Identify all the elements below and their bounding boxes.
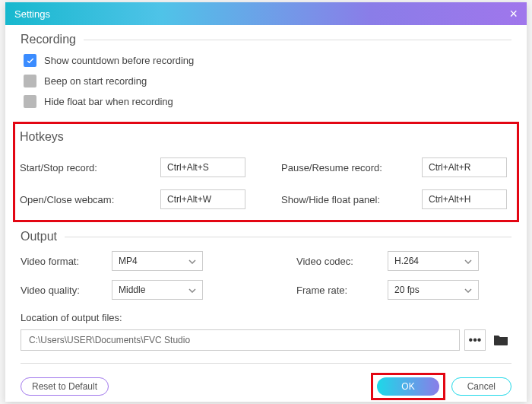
hotkey-start-stop: Start/Stop record: Ctrl+Alt+S bbox=[20, 157, 251, 177]
video-codec-select[interactable]: H.264 bbox=[388, 251, 479, 271]
checkbox-icon bbox=[24, 54, 36, 67]
select-value: Middle bbox=[119, 285, 145, 295]
chevron-down-icon bbox=[464, 256, 472, 266]
output-frame-rate: Frame rate: 20 fps bbox=[296, 280, 511, 300]
hotkeys-heading: Hotkeys bbox=[20, 130, 512, 144]
chevron-down-icon bbox=[188, 285, 196, 295]
checkbox-label: Beep on start recording bbox=[44, 75, 147, 87]
output-label: Video codec: bbox=[296, 256, 380, 267]
more-button[interactable]: ••• bbox=[464, 329, 486, 351]
checkbox-icon bbox=[24, 95, 36, 108]
checkbox-label: Hide float bar when recording bbox=[44, 96, 173, 107]
close-icon[interactable]: × bbox=[509, 6, 518, 22]
output-label: Frame rate: bbox=[296, 285, 380, 296]
hotkey-input[interactable]: Ctrl+Alt+H bbox=[422, 189, 507, 209]
location-input[interactable]: C:\Users\USER\Documents\FVC Studio bbox=[21, 329, 460, 351]
checkbox-row-hidefloat[interactable]: Hide float bar when recording bbox=[24, 95, 511, 108]
settings-window: Settings × Recording Show countdown befo… bbox=[5, 2, 527, 402]
output-video-format: Video format: MP4 bbox=[21, 251, 236, 271]
output-label: Video format: bbox=[21, 256, 104, 267]
hotkey-label: Start/Stop record: bbox=[20, 162, 153, 173]
reset-button[interactable]: Reset to Default bbox=[21, 377, 109, 396]
chevron-down-icon bbox=[464, 285, 472, 295]
output-section: Output Video format: MP4 Video codec: H.… bbox=[21, 230, 511, 351]
checkbox-icon bbox=[24, 75, 36, 87]
location-row: C:\Users\USER\Documents\FVC Studio ••• bbox=[21, 329, 511, 351]
hotkey-open-close-webcam: Open/Close webcam: Ctrl+Alt+W bbox=[20, 189, 251, 209]
hotkeys-highlight-box: Hotkeys Start/Stop record: Ctrl+Alt+S Pa… bbox=[13, 122, 519, 222]
hotkey-label: Open/Close webcam: bbox=[20, 194, 153, 205]
ok-button[interactable]: OK bbox=[377, 377, 439, 396]
hotkey-input[interactable]: Ctrl+Alt+R bbox=[422, 157, 507, 177]
video-quality-select[interactable]: Middle bbox=[112, 280, 203, 300]
window-title: Settings bbox=[14, 8, 509, 20]
content: Recording Show countdown before recordin… bbox=[5, 25, 527, 364]
more-icon: ••• bbox=[469, 333, 482, 347]
output-grid: Video format: MP4 Video codec: H.264 Vid… bbox=[21, 251, 511, 300]
hotkeys-grid: Start/Stop record: Ctrl+Alt+S Pause/Resu… bbox=[20, 157, 512, 209]
output-video-codec: Video codec: H.264 bbox=[296, 251, 511, 271]
hotkey-label: Pause/Resume record: bbox=[281, 162, 414, 173]
chevron-down-icon bbox=[188, 256, 196, 266]
video-format-select[interactable]: MP4 bbox=[112, 251, 203, 271]
select-value: MP4 bbox=[119, 256, 138, 266]
select-value: 20 fps bbox=[394, 285, 420, 295]
hotkey-pause-resume: Pause/Resume record: Ctrl+Alt+R bbox=[281, 157, 512, 177]
hotkey-input[interactable]: Ctrl+Alt+S bbox=[160, 157, 245, 177]
output-video-quality: Video quality: Middle bbox=[21, 280, 236, 300]
folder-icon bbox=[492, 333, 509, 347]
checkbox-row-countdown[interactable]: Show countdown before recording bbox=[24, 54, 511, 67]
footer: Reset to Default OK Cancel bbox=[5, 373, 527, 404]
output-heading: Output bbox=[21, 230, 511, 243]
recording-heading: Recording bbox=[21, 33, 511, 46]
select-value: H.264 bbox=[394, 256, 419, 266]
cancel-button[interactable]: Cancel bbox=[451, 377, 511, 396]
location-label: Location of output files: bbox=[21, 312, 511, 323]
ok-highlight-box: OK bbox=[371, 373, 445, 400]
checkbox-label: Show countdown before recording bbox=[44, 55, 194, 66]
checkbox-row-beep[interactable]: Beep on start recording bbox=[24, 75, 511, 87]
output-label: Video quality: bbox=[21, 285, 104, 296]
frame-rate-select[interactable]: 20 fps bbox=[388, 280, 479, 300]
divider bbox=[21, 363, 511, 364]
hotkey-input[interactable]: Ctrl+Alt+W bbox=[160, 189, 245, 209]
hotkey-show-hide-float: Show/Hide float panel: Ctrl+Alt+H bbox=[281, 189, 512, 209]
hotkey-label: Show/Hide float panel: bbox=[281, 194, 414, 205]
titlebar: Settings × bbox=[5, 2, 527, 25]
open-folder-button[interactable] bbox=[490, 329, 511, 351]
